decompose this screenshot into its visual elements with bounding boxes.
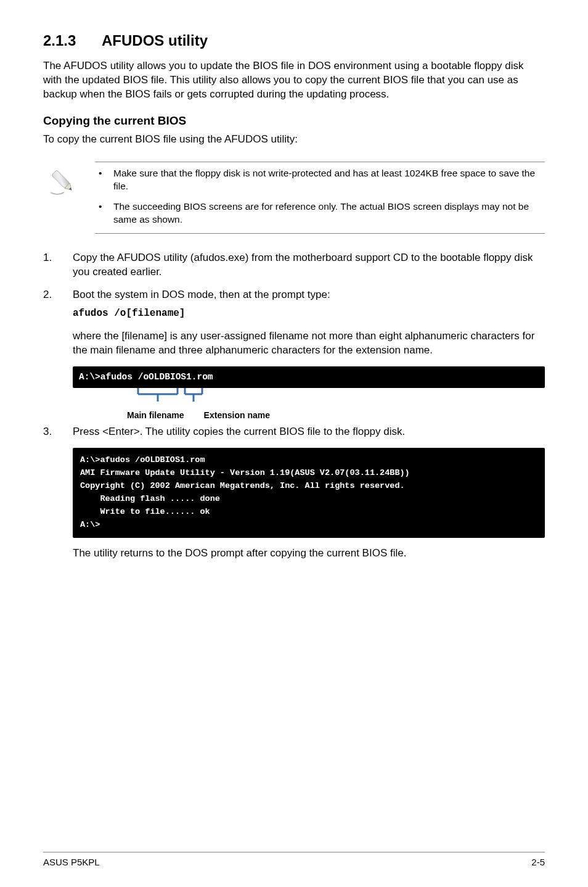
note-divider-top (95, 162, 545, 162)
step-subtext: where the [filename] is any user-assigne… (73, 329, 545, 358)
step-item: Boot the system in DOS mode, then at the… (43, 288, 545, 357)
steps-list-continued: Press <Enter>. The utility copies the cu… (43, 425, 545, 439)
step-text: Press <Enter>. The utility copies the cu… (73, 425, 545, 439)
step-item: Copy the AFUDOS utility (afudos.exe) fro… (43, 251, 545, 279)
label-main-filename: Main filename (127, 410, 184, 421)
note-item: The succeeding BIOS screens are for refe… (95, 200, 545, 226)
footer-left: ASUS P5KPL (43, 856, 100, 868)
label-extension-name: Extension name (204, 410, 270, 421)
note-item: Make sure that the floppy disk is not wr… (95, 167, 545, 193)
pencil-note-icon (48, 167, 78, 200)
step-code: afudos /o[filename] (73, 307, 545, 321)
step-text: Boot the system in DOS mode, then at the… (73, 288, 545, 302)
page-footer: ASUS P5KPL 2-5 (43, 852, 545, 868)
terminal-line: AMI Firmware Update Utility - Version 1.… (80, 468, 410, 477)
terminal-line: Copyright (C) 2002 American Megatrends, … (80, 481, 405, 490)
note-content: Make sure that the floppy disk is not wr… (95, 162, 545, 234)
terminal-line: Reading flash ..... done (80, 494, 220, 503)
terminal-line: Write to file...... ok (80, 507, 210, 516)
steps-list: Copy the AFUDOS utility (afudos.exe) fro… (43, 251, 545, 357)
subsection-intro: To copy the current BIOS file using the … (43, 133, 545, 147)
subsection-heading: Copying the current BIOS (43, 113, 545, 129)
step-text: Copy the AFUDOS utility (afudos.exe) fro… (73, 251, 545, 279)
terminal-line: A:\> (80, 520, 100, 529)
filename-diagram: A:\>afudos /oOLDBIOS1.rom Main filename … (73, 366, 545, 421)
section-number: 2.1.3 (43, 31, 102, 51)
terminal-block: A:\>afudos /oOLDBIOS1.rom (73, 366, 545, 389)
step-item: Press <Enter>. The utility copies the cu… (43, 425, 545, 439)
footer-page-number: 2-5 (531, 856, 545, 868)
closing-text: The utility returns to the DOS prompt af… (73, 547, 545, 561)
terminal-block: A:\>afudos /oOLDBIOS1.rom AMI Firmware U… (73, 448, 545, 538)
section-heading: 2.1.3AFUDOS utility (43, 31, 545, 51)
diagram-labels: Main filename Extension name (73, 410, 545, 421)
terminal-line: A:\>afudos /oOLDBIOS1.rom (79, 372, 213, 382)
note-list: Make sure that the floppy disk is not wr… (95, 167, 545, 226)
terminal-line: A:\>afudos /oOLDBIOS1.rom (80, 455, 205, 464)
section-title-text: AFUDOS utility (102, 32, 208, 49)
section-intro: The AFUDOS utility allows you to update … (43, 59, 545, 102)
bracket-diagram-icon (73, 388, 258, 409)
note-divider-bottom (95, 233, 545, 234)
note-box: Make sure that the floppy disk is not wr… (43, 162, 545, 234)
